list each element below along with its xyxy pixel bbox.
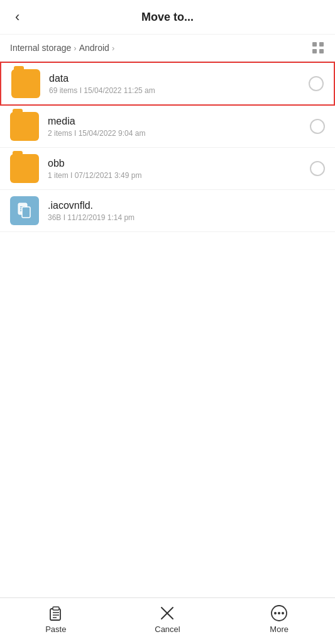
grid-view-button[interactable] [311,41,325,55]
list-item[interactable]: obb 1 item I 07/12/2021 3:49 pm [0,148,335,190]
file-info: media 2 items I 15/04/2022 9:04 am [48,116,310,138]
list-item[interactable]: media 2 items I 15/04/2022 9:04 am [0,106,335,148]
file-name: .iacovnfld. [48,200,325,211]
svg-rect-1 [319,42,324,47]
file-info: obb 1 item I 07/12/2021 3:49 pm [48,158,310,180]
list-item[interactable]: data 69 items I 15/04/2022 11:25 am [0,62,335,106]
folder-icon [11,69,40,98]
page-title: Move to... [141,11,194,24]
svg-point-19 [278,612,280,614]
file-meta: 1 item I 07/12/2021 3:49 pm [48,171,310,180]
file-meta: 69 items I 15/04/2022 11:25 am [49,86,309,95]
more-label: More [270,625,288,634]
more-button[interactable]: More [260,604,298,634]
file-name: data [49,73,309,84]
svg-rect-2 [312,49,317,53]
file-name: obb [48,158,310,169]
file-meta: 36B I 11/12/2019 1:14 pm [48,213,325,222]
svg-rect-9 [22,207,30,218]
file-name: media [48,116,310,127]
back-button[interactable]: ‹ [10,8,25,26]
header: ‹ Move to... [0,0,335,35]
list-item[interactable]: .iacovnfld. 36B I 11/12/2019 1:14 pm [0,190,335,232]
breadcrumb-sep-2: › [112,43,114,53]
svg-rect-0 [312,42,317,47]
svg-rect-3 [319,49,324,53]
more-icon [270,604,288,622]
svg-point-18 [274,612,277,614]
radio-button[interactable] [309,76,324,91]
paste-button[interactable]: Paste [37,604,75,634]
breadcrumb-android[interactable]: Android [79,43,109,53]
file-meta: 2 items I 15/04/2022 9:04 am [48,129,310,138]
bottom-bar: Paste Cancel More [0,597,335,644]
cancel-label: Cancel [155,625,180,634]
breadcrumb-sep-1: › [74,43,76,53]
folder-icon [10,112,39,141]
folder-icon [10,154,39,183]
file-info: data 69 items I 15/04/2022 11:25 am [49,73,309,95]
paste-icon [47,604,65,622]
cancel-icon [158,604,176,622]
breadcrumb-internal-storage[interactable]: Internal storage [10,43,71,53]
radio-button[interactable] [310,119,325,134]
radio-button[interactable] [310,161,325,176]
cancel-button[interactable]: Cancel [148,604,186,634]
file-info: .iacovnfld. 36B I 11/12/2019 1:14 pm [48,200,325,222]
breadcrumb-row: Internal storage › Android › [0,35,335,62]
file-list: data 69 items I 15/04/2022 11:25 am medi… [0,62,335,597]
svg-point-20 [282,612,284,614]
breadcrumb: Internal storage › Android › [10,43,114,53]
file-icon [10,196,39,225]
svg-rect-11 [53,607,59,610]
paste-label: Paste [45,625,66,634]
